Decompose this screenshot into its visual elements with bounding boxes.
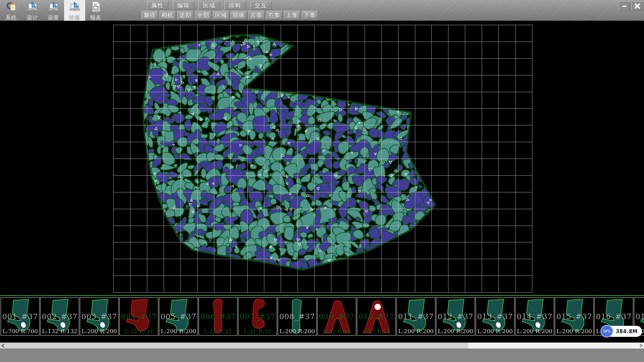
memory-value: 384.8M	[616, 328, 638, 335]
menu-row: 属性编辑区域排料交互	[147, 1, 276, 10]
menu-button-属性[interactable]: 属性	[147, 1, 168, 10]
settings-ruler-icon	[48, 1, 60, 14]
mode-tab-label: 报表	[90, 14, 102, 21]
tool-button-选割[interactable]: 选割	[177, 11, 194, 20]
tool-button-区域[interactable]: 区域	[213, 11, 229, 20]
horizontal-scrollbar[interactable]	[0, 343, 644, 349]
piece-shape	[80, 298, 118, 335]
mode-tab-label: 系统	[6, 14, 17, 21]
scroll-left-icon	[1, 344, 5, 348]
thumbnail-cell[interactable]: 009_#37L:32 R:31	[317, 297, 356, 336]
piece-shape	[436, 298, 475, 335]
main-toolbar: 系统设计设置排版报表 属性编辑区域排料交互 聚排相机选割全割区域瑕疵左靠右靠上靠…	[0, 0, 644, 21]
memory-status-badge[interactable]: 38% 384.8M	[601, 326, 642, 337]
piece-shape	[41, 298, 79, 335]
minimize-button[interactable]	[619, 1, 630, 11]
tool-button-上靠[interactable]: 上靠	[284, 11, 300, 20]
thumbnail-cell[interactable]: 013_#37L:200 R:200	[476, 297, 515, 336]
tool-button-瑕疵[interactable]: 瑕疵	[230, 11, 247, 20]
menu-button-交互[interactable]: 交互	[250, 1, 272, 10]
tool-button-全割[interactable]: 全割	[195, 11, 211, 20]
piece-shape	[555, 298, 593, 335]
piece-shape	[516, 298, 554, 335]
mode-tab-设计[interactable]: 设计	[22, 0, 43, 21]
tool-button-右靠[interactable]: 右靠	[266, 11, 282, 20]
system-gear-icon	[5, 1, 17, 14]
thumbnail-cell[interactable]: 014_#37L:200 R:200	[515, 297, 554, 336]
piece-shape	[278, 298, 316, 335]
piece-shape	[318, 298, 356, 335]
tool-button-相机[interactable]: 相机	[159, 11, 176, 20]
thumbnail-cell[interactable]: 011_#37L:200 R:200	[396, 297, 435, 336]
piece-shape	[120, 298, 158, 335]
thumbnail-cell[interactable]: 008_#37L:200 R:200	[278, 297, 317, 336]
piece-shape	[1, 298, 39, 335]
design-ruler-icon	[26, 1, 39, 14]
piece-shape	[357, 298, 395, 335]
tool-button-下靠[interactable]: 下靠	[302, 11, 318, 20]
tool-button-左靠[interactable]: 左靠	[248, 11, 265, 20]
thumbnail-cell[interactable]: 012_#37L:200 R:200	[436, 297, 475, 336]
progress-circle: 38%	[600, 325, 613, 338]
mode-tab-label: 设计	[27, 14, 38, 21]
nesting-ruler-icon	[69, 1, 81, 14]
mode-tabs: 系统设计设置排版报表	[1, 0, 106, 21]
nesting-canvas[interactable]	[0, 21, 644, 295]
mode-tab-报表[interactable]: 报表	[85, 0, 106, 21]
thumbnail-cell[interactable]: 001_#37L:700 R:700	[1, 297, 40, 336]
thumbnail-cell[interactable]: 007_#37L:31 R:31	[238, 297, 277, 336]
thumbnail-cell[interactable]: 005_#37L:200 R:200	[159, 297, 198, 336]
thumbnail-cell[interactable]: 003_#37L:200 R:200	[80, 297, 119, 336]
mode-tab-设置[interactable]: 设置	[43, 0, 64, 21]
scrollbar-thumb[interactable]	[0, 343, 468, 349]
thumbnail-cell[interactable]: 004_#37L:31 R:31	[119, 297, 158, 336]
thumbnail-cell[interactable]: 010_#37L:33 R:33	[357, 297, 396, 336]
close-icon	[634, 3, 641, 9]
thumbnail-cells: 001_#37L:700 R:700002_#37L:132 R:132003_…	[1, 297, 644, 336]
tool-row: 聚排相机选割全割区域瑕疵左靠右靠上靠下靠	[142, 11, 319, 20]
menu-button-区域[interactable]: 区域	[199, 1, 220, 10]
status-bar	[0, 349, 644, 362]
mode-tab-系统[interactable]: 系统	[1, 0, 22, 21]
tool-button-聚排[interactable]: 聚排	[142, 11, 158, 20]
mode-tab-label: 设置	[48, 14, 59, 21]
thumbnail-cell[interactable]: 006_#37L:21 R:21	[199, 297, 237, 336]
report-doc-icon	[90, 1, 102, 14]
progress-percent: 38%	[603, 329, 610, 333]
mode-tab-排版[interactable]: 排版	[64, 0, 85, 21]
menu-button-排料[interactable]: 排料	[224, 1, 246, 10]
piece-shape	[476, 298, 514, 335]
window-controls	[618, 1, 643, 11]
mode-tab-label: 排版	[69, 14, 80, 21]
scroll-right-icon	[639, 344, 643, 348]
thumbnail-cell[interactable]: 015_#37L:200 R:200	[555, 297, 594, 336]
scroll-left-button[interactable]	[0, 343, 6, 349]
piece-thumbnail-strip: 001_#37L:700 R:700002_#37L:132 R:132003_…	[0, 296, 644, 337]
close-button[interactable]	[631, 1, 643, 11]
piece-shape	[159, 298, 198, 335]
piece-shape	[199, 298, 237, 335]
minimize-icon	[622, 3, 628, 9]
scroll-right-button[interactable]	[638, 343, 644, 349]
menu-button-编辑[interactable]: 编辑	[173, 1, 194, 10]
thumbnail-cell[interactable]: 002_#37L:132 R:132	[40, 297, 79, 336]
piece-shape	[397, 298, 435, 335]
piece-shape	[238, 298, 277, 335]
